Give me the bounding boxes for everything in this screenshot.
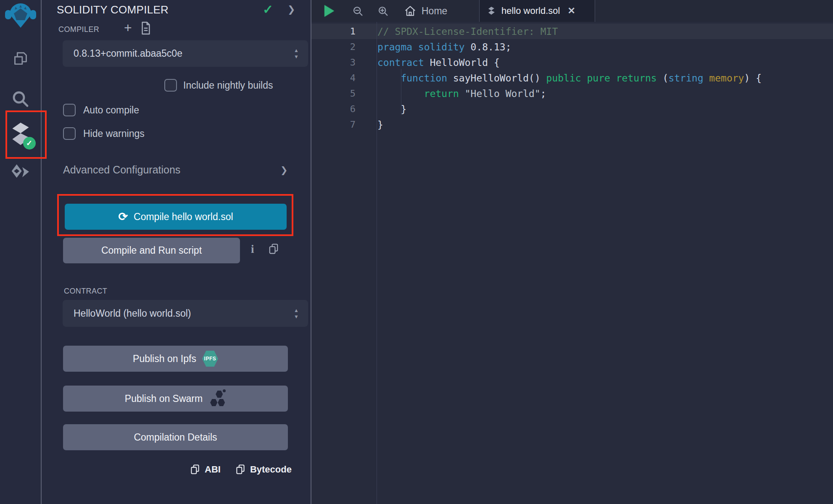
run-play-icon[interactable]	[324, 5, 334, 17]
zoom-in-icon[interactable]	[377, 5, 389, 17]
abi-label[interactable]: ABI	[205, 464, 221, 475]
publish-ipfs-button[interactable]: Publish on Ipfs IPFS	[63, 346, 288, 372]
line-number: 6	[311, 104, 356, 114]
icon-rail: ✓	[0, 0, 41, 504]
code-line[interactable]: 1// SPDX-License-Identifier: MIT	[311, 24, 833, 39]
select-stepper-icon: ▲▼	[294, 307, 299, 320]
home-tab-label: Home	[422, 5, 447, 17]
panel-title: SOLIDITY COMPILER	[57, 3, 169, 16]
compiled-check-badge: ✓	[23, 137, 36, 150]
compiler-section-label: COMPILER	[58, 25, 99, 34]
code-area[interactable]: 1// SPDX-License-Identifier: MIT2pragma …	[311, 22, 833, 504]
close-tab-icon[interactable]: ✕	[567, 5, 575, 16]
code-line[interactable]: 5 return "Hello World";	[311, 86, 833, 101]
code-lines: 1// SPDX-License-Identifier: MIT2pragma …	[311, 24, 833, 132]
compiler-version-select[interactable]: 0.8.13+commit.abaa5c0e ▲▼	[63, 40, 308, 67]
code-text: pragma solidity 0.8.13;	[377, 42, 511, 52]
editor: Home hello world.sol ✕ 1// SPDX-License-…	[311, 0, 833, 504]
compile-button-label: Compile hello world.sol	[134, 211, 233, 223]
contract-section-label: CONTRACT	[64, 287, 107, 296]
code-text: function sayHelloWorld() public pure ret…	[377, 73, 762, 84]
home-icon	[404, 5, 416, 17]
compilation-details-button[interactable]: Compilation Details	[63, 424, 288, 450]
zoom-out-icon[interactable]	[352, 5, 364, 17]
code-line[interactable]: 3contract HelloWorld {	[311, 55, 833, 70]
contract-select[interactable]: HelloWorld (hello world.sol) ▲▼	[63, 300, 308, 327]
compilation-details-label: Compilation Details	[134, 432, 217, 443]
line-number: 3	[311, 57, 356, 68]
solidity-compiler-panel: SOLIDITY COMPILER ✓ ❯ COMPILER + 0.8.13+…	[42, 0, 311, 504]
compiler-config-file-icon[interactable]	[140, 21, 152, 35]
refresh-icon: ⟳	[118, 211, 128, 223]
swarm-icon	[208, 389, 226, 408]
solidity-compiler-icon[interactable]: ✓	[0, 121, 41, 148]
advanced-chevron-icon[interactable]: ❯	[280, 165, 288, 174]
copy-abi-icon[interactable]	[190, 464, 200, 475]
active-tab-label: hello world.sol	[501, 5, 560, 16]
line-number: 1	[311, 26, 356, 37]
bytecode-label[interactable]: Bytecode	[250, 464, 292, 475]
auto-compile-checkbox[interactable]	[63, 104, 76, 116]
code-line[interactable]: 2pragma solidity 0.8.13;	[311, 39, 833, 55]
hide-warnings-label: Hide warnings	[83, 128, 145, 139]
line-number: 2	[311, 42, 356, 52]
line-number: 5	[311, 88, 356, 99]
remix-ide-window: ✓ SOLIDITY COMPILER ✓ ❯ COMPILER +	[0, 0, 833, 504]
code-text: }	[377, 104, 406, 115]
code-text: }	[377, 119, 383, 130]
code-text: contract HelloWorld {	[377, 57, 500, 68]
copy-bytecode-icon[interactable]	[235, 464, 246, 475]
code-line[interactable]: 4 function sayHelloWorld() public pure r…	[311, 70, 833, 86]
code-line[interactable]: 7}	[311, 117, 833, 132]
compiler-version-value: 0.8.13+commit.abaa5c0e	[74, 48, 182, 59]
compile-run-script-label: Compile and Run script	[101, 245, 202, 256]
publish-ipfs-label: Publish on Ipfs	[133, 353, 196, 365]
contract-select-value: HelloWorld (hello world.sol)	[74, 308, 191, 319]
publish-swarm-button[interactable]: Publish on Swarm	[63, 386, 288, 412]
compile-success-icon: ✓	[263, 3, 273, 16]
code-text: return "Hello World";	[377, 88, 546, 99]
line-number: 4	[311, 73, 356, 83]
compile-run-script-button[interactable]: Compile and Run script	[63, 238, 240, 263]
line-number: 7	[311, 119, 356, 130]
auto-compile-label: Auto compile	[83, 105, 139, 116]
compile-button[interactable]: ⟳ Compile hello world.sol	[65, 204, 287, 230]
tab-home[interactable]: Home	[404, 0, 447, 22]
solidity-file-icon	[487, 5, 496, 16]
add-compiler-icon[interactable]: +	[124, 21, 132, 34]
copy-script-icon[interactable]	[268, 243, 279, 255]
editor-tabbar: Home hello world.sol ✕	[311, 0, 833, 22]
tab-hello-world-sol[interactable]: hello world.sol ✕	[479, 0, 595, 22]
include-nightly-label: Include nightly builds	[183, 80, 273, 91]
deploy-run-icon[interactable]	[0, 163, 41, 181]
remix-logo[interactable]	[0, 3, 41, 29]
code-text: // SPDX-License-Identifier: MIT	[377, 26, 558, 37]
search-icon[interactable]	[0, 89, 41, 109]
ipfs-icon: IPFS	[202, 350, 218, 368]
advanced-configurations-label[interactable]: Advanced Configurations	[63, 164, 180, 176]
code-line[interactable]: 6 }	[311, 101, 833, 117]
hide-warnings-checkbox[interactable]	[63, 127, 76, 140]
publish-swarm-label: Publish on Swarm	[125, 393, 203, 404]
file-explorer-icon[interactable]	[0, 50, 41, 71]
panel-expand-chevron-icon[interactable]: ❯	[287, 5, 295, 14]
select-stepper-icon: ▲▼	[294, 47, 299, 60]
include-nightly-checkbox[interactable]	[164, 79, 177, 92]
info-icon[interactable]: i	[251, 243, 254, 256]
